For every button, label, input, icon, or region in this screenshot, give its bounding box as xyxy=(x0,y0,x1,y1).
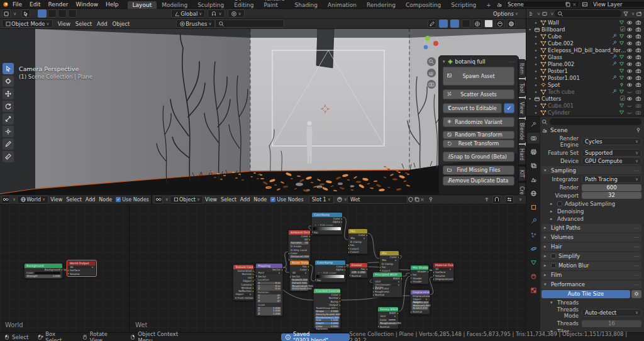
subsection-denoising[interactable]: ▸Denoising xyxy=(541,208,641,215)
object-use-nodes-checkbox[interactable]: ✓ Use Nodes xyxy=(270,197,304,203)
active-tool-icon[interactable] xyxy=(21,9,30,18)
topbar-menu-help[interactable]: Help xyxy=(102,1,123,8)
eye-icon[interactable] xyxy=(626,61,633,67)
object-icon[interactable] xyxy=(527,202,540,213)
randomize-variant-button[interactable]: Randomize Variant xyxy=(443,117,514,127)
eye-icon[interactable] xyxy=(626,40,633,47)
disclosure-icon[interactable]: ▾ xyxy=(529,27,534,31)
subsection-checkbox[interactable] xyxy=(557,201,562,206)
auto-tile-size-button[interactable]: Auto Tile Size xyxy=(541,290,630,298)
panel-options-icon[interactable]: ⋯ xyxy=(634,272,640,278)
snapping-icon[interactable] xyxy=(492,196,501,204)
convert-to-editable-button[interactable]: Convert to Editable xyxy=(443,103,502,113)
camera-visibility-icon[interactable] xyxy=(635,103,641,109)
eye-icon[interactable] xyxy=(626,54,633,60)
node-controls[interactable]: + − RGB Linear xyxy=(316,272,344,274)
view-layer-selector[interactable]: View Layer × xyxy=(591,1,644,8)
copy-icon[interactable] xyxy=(414,196,420,203)
subsection-threads[interactable]: ▾Threads xyxy=(541,299,641,306)
property-number-field[interactable]: 600 xyxy=(582,184,641,191)
overlay-options-icon[interactable] xyxy=(505,196,514,204)
move-tool[interactable] xyxy=(3,88,14,99)
eye-icon[interactable] xyxy=(626,26,633,33)
eye-icon[interactable] xyxy=(626,109,633,116)
shading-material-icon[interactable] xyxy=(496,20,504,28)
collapse-icon[interactable]: ▾ xyxy=(443,59,445,64)
disclosure-icon[interactable]: ▸ xyxy=(535,20,540,25)
select-lasso-icon[interactable] xyxy=(68,9,77,18)
annotate-tool[interactable] xyxy=(3,138,14,150)
property-number-field[interactable]: 32 xyxy=(582,192,641,199)
node-dropdown[interactable]: Point∨ xyxy=(257,272,281,274)
outliner-row[interactable]: ▸Cube xyxy=(526,33,644,40)
outliner-row[interactable]: ▸Plane.002 xyxy=(526,60,644,67)
property-dropdown[interactable]: Path Tracing∨ xyxy=(582,176,641,183)
outliner-row[interactable]: ▸Poster1.001 xyxy=(526,74,644,81)
camera-visibility-icon[interactable] xyxy=(635,89,641,95)
node-glossy-bsdf[interactable]: Glossy BSDFBSDFGGX∨ColorRoughness0.050No… xyxy=(377,306,399,329)
node-slider[interactable]: Distortion0.000 xyxy=(291,288,308,290)
property-dropdown[interactable]: GPU Compute∨ xyxy=(582,157,641,165)
topbar-menu-render[interactable]: Render xyxy=(45,1,72,8)
workspace-tab-modeling[interactable]: Modeling xyxy=(157,1,192,9)
disclosure-icon[interactable]: ▸ xyxy=(535,62,540,66)
node-material-output[interactable]: Material OutputAll∨SurfaceVolumeDisplace… xyxy=(433,262,454,282)
options-dropdown[interactable]: Options∨ xyxy=(491,9,521,18)
workspace-tab-layout[interactable]: Layout xyxy=(128,1,157,9)
properties-search-input[interactable] xyxy=(550,118,641,125)
section-sampling[interactable]: ▾Sampling⋯ xyxy=(541,166,641,174)
topbar-menu-edit[interactable]: Edit xyxy=(26,1,44,8)
outliner-row[interactable]: ▸Spot xyxy=(526,81,644,88)
disclosure-icon[interactable]: ▸ xyxy=(535,89,540,94)
node-color-swatch[interactable]: Color xyxy=(25,271,62,274)
shader-menu-view[interactable]: View xyxy=(203,196,219,204)
camera-visibility-icon[interactable] xyxy=(635,40,641,47)
panel-options-icon[interactable]: ⋯ xyxy=(634,262,640,269)
node-colorramp[interactable]: ColorRampColorAlpha+ − RGB LinearFac xyxy=(311,212,343,235)
viewport-canvas[interactable]: Camera Perspective (1) Scene Collection … xyxy=(0,29,526,194)
outliner-row[interactable]: ▸Wall xyxy=(526,19,644,26)
panel-options-icon[interactable]: ⋯ xyxy=(509,59,515,65)
camera-visibility-icon[interactable] xyxy=(635,54,641,60)
outliner-row[interactable]: ▸Tech cube xyxy=(526,88,644,95)
unlink-icon[interactable]: × xyxy=(420,197,425,203)
node-slider[interactable]: Distance1.000 xyxy=(290,255,309,258)
property-dropdown[interactable]: Auto-detect∨ xyxy=(582,309,641,316)
node-dropdown[interactable]: Mix∨ xyxy=(350,237,366,240)
node-slider[interactable]: IOR1.450 xyxy=(351,271,366,274)
reset-transform-button[interactable]: Reset Transform xyxy=(443,140,514,148)
node-mix[interactable]: MixColorMix∨ClampFacColor1Color2 xyxy=(348,228,368,254)
shield-icon[interactable] xyxy=(408,196,414,203)
subsection-advanced[interactable]: ▸Advanced xyxy=(541,215,641,223)
property-number-field[interactable]: 16 xyxy=(582,320,641,327)
remove-duplicate-data-button[interactable]: Remove Duplicate Data xyxy=(443,176,514,186)
camera-visibility-icon[interactable] xyxy=(635,47,641,53)
node-slider[interactable]: Scale0.003 xyxy=(412,307,428,310)
camera-visibility-icon[interactable] xyxy=(635,68,641,74)
section-motion-blur[interactable]: ▸Motion Blur⋯ xyxy=(541,262,641,270)
close-icon[interactable]: × xyxy=(572,1,577,8)
node-slider[interactable]: Strength1.000 xyxy=(26,275,61,277)
node-dropdown[interactable]: All∨ xyxy=(69,266,94,269)
eye-icon[interactable] xyxy=(626,89,633,95)
workspace-tab-animation[interactable]: Animation xyxy=(323,1,362,9)
disclosure-icon[interactable]: ▸ xyxy=(535,110,540,115)
transform-orientation-dropdown[interactable]: Global∨ xyxy=(171,9,205,18)
node-texture-coordinate[interactable]: Texture CoordinateGeneratedNormalUVObjec… xyxy=(233,264,254,301)
render-icon[interactable] xyxy=(527,133,540,143)
node-dropdown[interactable]: Christensen-Burley∨ xyxy=(374,284,401,286)
panel-options-icon[interactable]: ⋯ xyxy=(634,234,640,240)
world-menu-node[interactable]: Node xyxy=(97,196,114,204)
select-box-icon[interactable] xyxy=(48,9,57,18)
camera-visibility-icon[interactable] xyxy=(635,75,641,81)
shader-menu-select[interactable]: Select xyxy=(219,196,238,204)
workspace-tab-shading[interactable]: Shading xyxy=(289,1,323,9)
node-fresnel[interactable]: FresnelFacIOR1.450Normal xyxy=(349,262,368,278)
disclosure-icon[interactable]: ▸ xyxy=(535,75,540,80)
mode-dropdown[interactable]: Object Mode∨ xyxy=(2,20,53,28)
slot-dropdown[interactable]: Slot 1∨ xyxy=(309,196,334,204)
camera-visibility-icon[interactable] xyxy=(635,33,641,40)
disclosure-icon[interactable]: ▸ xyxy=(535,55,540,59)
shading-wireframe-icon[interactable] xyxy=(473,20,482,28)
node-slider[interactable]: Roughness0.050 xyxy=(379,322,397,325)
